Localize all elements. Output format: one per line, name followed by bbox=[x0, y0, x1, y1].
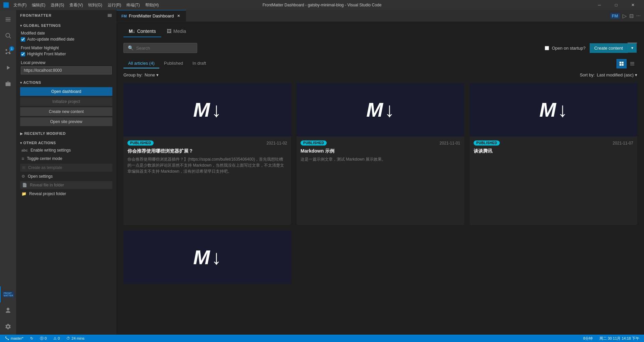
recently-modified-label: RECENTLY MODIFIED bbox=[24, 131, 66, 135]
menu-help[interactable]: 帮助(H) bbox=[143, 2, 161, 9]
article-card-4[interactable]: M↓ bbox=[123, 230, 291, 284]
toggle-center-mode-item[interactable]: ≡ Toggle center mode bbox=[16, 154, 116, 163]
window-controls: ─ □ ✕ bbox=[592, 0, 641, 10]
fm-header-logo: FM bbox=[610, 13, 620, 19]
article-card-3[interactable]: M↓ PUBLISHED 2021-11-07 谈谈腾讯 bbox=[470, 83, 637, 225]
activity-settings[interactable] bbox=[0, 319, 16, 335]
tab-close-button[interactable]: ✕ bbox=[176, 13, 181, 19]
sort-by-label: Sort by: bbox=[580, 72, 595, 77]
sidebar: FRONTMATTER ▾ GLOBAL SETTINGS Modified d… bbox=[16, 10, 117, 335]
activity-extensions[interactable] bbox=[0, 76, 16, 92]
sidebar-title: FRONTMATTER bbox=[20, 13, 52, 17]
enable-writing-settings-item[interactable]: abc Enable writing settings bbox=[16, 146, 116, 154]
filter-draft[interactable]: In draft bbox=[188, 59, 211, 68]
open-dashboard-button[interactable]: Open dashboard bbox=[20, 87, 112, 96]
auto-update-checkbox-row[interactable]: Auto-update modified date bbox=[21, 37, 112, 42]
main-layout: 1 FRONTMATTER FRONTMATTER ▾ GLOBAL SETT bbox=[0, 10, 644, 335]
svg-rect-3 bbox=[622, 62, 624, 63]
template-icon: ⊞ bbox=[22, 165, 25, 170]
frontmatter-tab[interactable]: FM FrontMatter Dashboard ✕ bbox=[117, 10, 186, 21]
global-settings-toggle[interactable]: ▾ GLOBAL SETTINGS bbox=[16, 22, 116, 29]
menu-terminal[interactable]: 终端(T) bbox=[124, 2, 142, 9]
sort-by-control: Sort by: Last modified (asc) ▾ bbox=[580, 72, 637, 77]
article-info-2: PUBLISHED 2021-11-01 Markdown 示例 这是一篇示例文… bbox=[297, 136, 464, 166]
menu-run[interactable]: 运行(R) bbox=[106, 2, 123, 9]
recently-modified-section: ▶ RECENTLY MODIFIED bbox=[16, 129, 116, 138]
svg-rect-7 bbox=[630, 63, 634, 64]
minimize-button[interactable]: ─ bbox=[592, 0, 607, 10]
article-title-1: 你会推荐使用哪些浏览器扩展？ bbox=[127, 148, 287, 154]
sort-by-chevron-icon: ▾ bbox=[635, 72, 637, 77]
reveal-file-in-folder-item[interactable]: 📄 Reveal file in folder bbox=[20, 181, 112, 189]
list-view-button[interactable] bbox=[627, 59, 637, 68]
article-info-3: PUBLISHED 2021-11-07 谈谈腾讯 bbox=[470, 136, 637, 160]
search-input[interactable] bbox=[136, 46, 193, 51]
enable-writing-settings-label: Enable writing settings bbox=[31, 148, 71, 153]
activity-search[interactable] bbox=[0, 27, 16, 44]
sort-by-select[interactable]: Last modified (asc) ▾ bbox=[597, 72, 637, 77]
search-actions-bar: 🔍 Open on startup? Create content ▾ bbox=[123, 43, 637, 53]
close-button[interactable]: ✕ bbox=[625, 0, 641, 10]
activity-source-control[interactable]: 1 bbox=[0, 44, 16, 60]
menu-view[interactable]: 查看(V) bbox=[67, 2, 85, 9]
clock-icon: ⏱ bbox=[66, 336, 70, 340]
activity-account[interactable] bbox=[0, 302, 16, 319]
other-actions-toggle[interactable]: ▾ OTHER ACTIONS bbox=[16, 139, 116, 146]
article-meta-2: PUBLISHED 2021-11-01 bbox=[301, 140, 460, 146]
article-card-1[interactable]: M↓ PUBLISHED 2021-11-02 你会推荐使用哪些浏览器扩展？ 你… bbox=[123, 83, 291, 225]
menu-file[interactable]: 文件(F) bbox=[11, 2, 29, 9]
open-settings-item[interactable]: ⚙ Open settings bbox=[16, 172, 116, 180]
tab-media[interactable]: 🖼 Media bbox=[161, 26, 192, 37]
chevron-down-icon: ▾ bbox=[20, 81, 22, 84]
search-box[interactable]: 🔍 bbox=[123, 43, 197, 53]
activity-frontmatter[interactable]: FRONTMATTER bbox=[0, 286, 16, 302]
tab-contents[interactable]: M↓ Contents bbox=[123, 26, 161, 37]
articles-grid: M↓ PUBLISHED 2021-11-02 你会推荐使用哪些浏览器扩展？ 你… bbox=[123, 83, 637, 331]
activity-explorer[interactable] bbox=[0, 11, 16, 27]
actions-toggle[interactable]: ▾ ACTIONS bbox=[16, 79, 116, 86]
sync-button[interactable]: ↻ bbox=[29, 336, 35, 341]
recently-modified-toggle[interactable]: ▶ RECENTLY MODIFIED bbox=[16, 130, 116, 137]
menu-edit[interactable]: 编辑(E) bbox=[30, 2, 47, 9]
maximize-button[interactable]: □ bbox=[608, 0, 624, 10]
article-card-2[interactable]: M↓ PUBLISHED 2021-11-01 Markdown 示例 这是一篇… bbox=[297, 83, 464, 225]
time-indicator[interactable]: ⏱ 24 mins bbox=[65, 336, 86, 340]
local-preview-input[interactable] bbox=[21, 66, 112, 74]
group-by-label: Group by: bbox=[123, 72, 143, 77]
split-editor-icon[interactable]: ⊟ bbox=[629, 13, 634, 19]
open-on-startup-checkbox[interactable] bbox=[545, 46, 549, 50]
menu-select[interactable]: 选择(S) bbox=[49, 2, 66, 9]
create-content-dropdown-button[interactable]: ▾ bbox=[628, 43, 637, 53]
group-by-select[interactable]: None ▾ bbox=[145, 72, 159, 77]
grid-view-button[interactable] bbox=[616, 59, 627, 68]
article-thumb-3: M↓ bbox=[470, 83, 637, 136]
create-content-button[interactable]: Create content bbox=[590, 43, 628, 53]
branch-indicator[interactable]: master* bbox=[3, 336, 25, 341]
errors-indicator[interactable]: ⓪ 0 bbox=[39, 336, 48, 341]
activity-run[interactable] bbox=[0, 60, 16, 76]
create-as-template-item[interactable]: ⊞ Create as template bbox=[20, 164, 112, 172]
article-excerpt-2: 这是一篇示例文章，测试 Markdown 展示效果。 bbox=[301, 156, 460, 162]
file-icon: 📄 bbox=[22, 183, 27, 187]
run-icon[interactable]: ▷ bbox=[623, 13, 627, 19]
sidebar-collapse-icon[interactable] bbox=[107, 13, 112, 18]
open-site-preview-button[interactable]: Open site preview bbox=[20, 117, 112, 126]
reveal-project-folder-item[interactable]: 📁 Reveal project folder bbox=[16, 190, 116, 198]
filter-tabs: All articles (4) Published In draft bbox=[123, 59, 211, 68]
highlight-front-matter-checkbox[interactable] bbox=[21, 52, 25, 56]
status-bar-left: master* ↻ ⓪ 0 ⚠ 0 ⏱ 24 mins bbox=[3, 336, 86, 341]
highlight-checkbox-row[interactable]: Highlight Front Matter bbox=[21, 52, 112, 56]
chevron-right-icon: ▶ bbox=[20, 132, 23, 135]
filter-published[interactable]: Published bbox=[159, 59, 188, 68]
initialize-project-button[interactable]: Initialize project bbox=[20, 97, 112, 106]
filter-all[interactable]: All articles (4) bbox=[123, 59, 159, 68]
auto-update-checkbox[interactable] bbox=[21, 37, 25, 42]
more-options-icon[interactable]: ··· bbox=[636, 13, 641, 19]
create-new-content-button[interactable]: Create new content bbox=[20, 107, 112, 116]
menu-goto[interactable]: 转到(G) bbox=[86, 2, 104, 9]
branch-icon bbox=[5, 336, 9, 341]
vscode-logo-icon bbox=[3, 2, 9, 8]
title-bar: 文件(F) 编辑(E) 选择(S) 查看(V) 转到(G) 运行(R) 终端(T… bbox=[0, 0, 644, 10]
group-by-value: None bbox=[145, 72, 155, 77]
warnings-indicator[interactable]: ⚠ 0 bbox=[52, 336, 61, 341]
